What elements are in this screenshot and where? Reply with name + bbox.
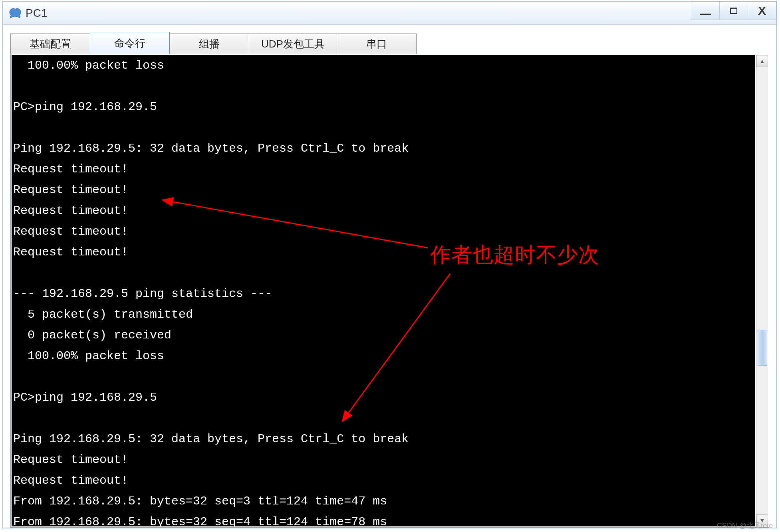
content-area: 基础配置 命令行 组播 UDP发包工具 串口 100.00% packet lo… xyxy=(3,25,776,528)
minimize-button[interactable]: — xyxy=(691,2,720,20)
terminal-container: 100.00% packet loss PC>ping 192.168.29.5… xyxy=(10,54,769,528)
scrollbar[interactable]: ▲ ▼ xyxy=(756,55,768,526)
close-button[interactable]: X xyxy=(748,2,776,20)
window-controls: — X xyxy=(691,2,776,20)
annotation-text: 作者也超时不少次 xyxy=(430,241,599,269)
window-title: PC1 xyxy=(26,7,47,20)
scroll-thumb[interactable] xyxy=(758,330,767,366)
tab-multicast[interactable]: 组播 xyxy=(169,34,249,54)
tab-serial[interactable]: 串口 xyxy=(337,34,417,54)
watermark: CSDN @北风toto xyxy=(717,521,773,530)
titlebar: PC1 — X xyxy=(3,2,776,25)
app-icon xyxy=(7,5,23,21)
tabbar: 基础配置 命令行 组播 UDP发包工具 串口 xyxy=(10,32,769,54)
scroll-up-arrow[interactable]: ▲ xyxy=(756,55,768,67)
tab-command-line[interactable]: 命令行 xyxy=(90,32,170,54)
terminal-output[interactable]: 100.00% packet loss PC>ping 192.168.29.5… xyxy=(12,55,755,526)
tab-udp-tool[interactable]: UDP发包工具 xyxy=(249,34,337,54)
app-window: PC1 — X 基础配置 命令行 组播 UDP发包工具 串口 100.00% p… xyxy=(2,1,777,528)
maximize-button[interactable] xyxy=(719,2,748,20)
tab-basic-config[interactable]: 基础配置 xyxy=(10,34,90,54)
